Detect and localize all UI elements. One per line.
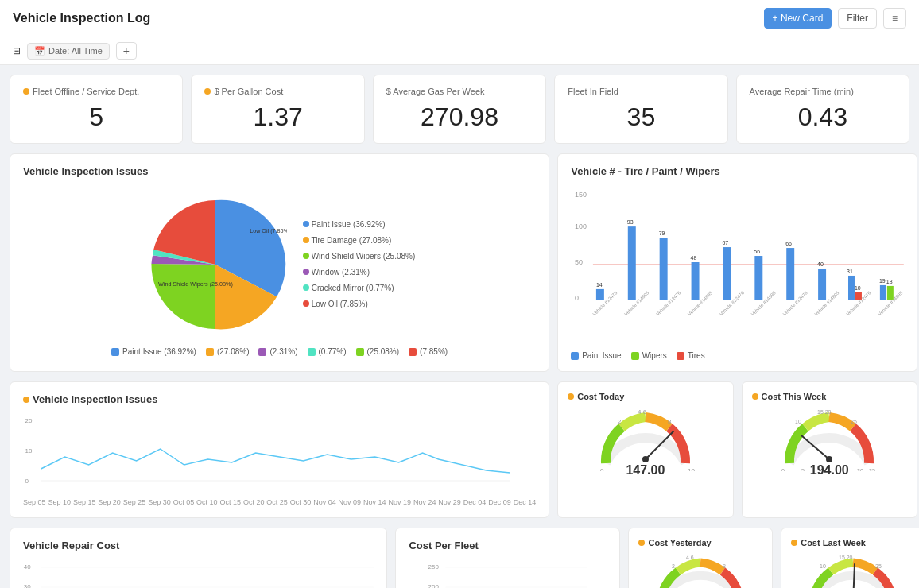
filter-button[interactable]: Filter — [838, 8, 877, 29]
svg-text:200: 200 — [428, 583, 440, 588]
pie-chart: Low Oil (7.85%) Wind Shield Wipers (25.0… — [144, 193, 287, 336]
legend-oil: (7.85%) — [409, 347, 448, 356]
new-card-button[interactable]: + New Card — [764, 8, 832, 29]
vehicle-line-card: Vehicle Inspection Issues 20 10 0 Sep 05… — [10, 381, 549, 518]
svg-rect-15 — [723, 247, 731, 300]
svg-point-46 — [642, 456, 649, 462]
date-filter[interactable]: 📅 Date: All Time — [27, 43, 110, 60]
legend-bar-wipers: Wipers — [631, 351, 667, 360]
svg-text:79: 79 — [659, 230, 665, 236]
svg-rect-17 — [755, 256, 763, 300]
svg-text:2: 2 — [618, 418, 622, 425]
svg-text:66: 66 — [785, 241, 792, 246]
svg-rect-21 — [818, 269, 826, 300]
cost-gauges-top: Cost Today 0 10 4 6 2 — [557, 381, 917, 518]
svg-rect-19 — [786, 248, 794, 300]
svg-text:48: 48 — [691, 255, 697, 261]
svg-text:Vehicle #14895: Vehicle #14895 — [687, 290, 714, 317]
cost-per-fleet-card: Cost Per Fleet 250 200 150 100 50 0 212.… — [395, 528, 620, 588]
svg-text:10: 10 — [820, 563, 826, 569]
legend-wipers: (25.08%) — [356, 347, 400, 356]
add-filter-button[interactable]: + — [116, 42, 137, 60]
pie-label-oil: Low Oil (7.85%) — [303, 296, 415, 312]
page-title: Vehicle Inspection Log — [13, 11, 150, 25]
kpi-row: Fleet Offline / Service Dept. 5 $ Per Ga… — [10, 75, 909, 144]
vehicle-line-chart: 20 10 0 — [23, 413, 536, 493]
svg-text:25: 25 — [851, 419, 857, 424]
svg-text:Vehicle #12476: Vehicle #12476 — [655, 290, 682, 317]
svg-text:14: 14 — [596, 282, 603, 288]
svg-text:19: 19 — [879, 278, 886, 284]
svg-text:10: 10 — [855, 285, 861, 291]
svg-text:35: 35 — [869, 468, 875, 471]
svg-text:0: 0 — [575, 294, 579, 302]
legend-mirror: (0.77%) — [308, 347, 347, 356]
kpi-repair-time: Average Repair Time (min) 0.43 — [736, 75, 909, 144]
svg-text:93: 93 — [627, 219, 634, 225]
menu-button[interactable]: ≡ — [883, 8, 906, 29]
legend-bar-tires: Tires — [677, 351, 705, 360]
svg-text:67: 67 — [723, 240, 729, 246]
pie-label-wipers: Wind Shield Wipers (25.08%) — [303, 249, 415, 265]
kpi-fleet-offline: Fleet Offline / Service Dept. 5 — [10, 75, 183, 144]
kpi-fleet-field: Fleet In Field 35 — [554, 75, 727, 144]
vehicle-repair-cost-card: Vehicle Repair Cost 40 30 20 10 0 -10 — [10, 528, 387, 588]
svg-rect-9 — [628, 226, 636, 300]
svg-point-53 — [826, 456, 832, 462]
svg-text:Vehicle #14895: Vehicle #14895 — [814, 290, 841, 317]
svg-text:4   6: 4 6 — [686, 555, 694, 560]
cost-last-week-gauge: 0 35 15 20 10 25 5 30 — [805, 554, 901, 588]
svg-text:25: 25 — [875, 563, 882, 569]
svg-text:10: 10 — [688, 467, 695, 471]
cost-per-fleet-chart: 250 200 150 100 50 0 212.77 41.51 — [409, 559, 607, 588]
svg-text:8: 8 — [668, 418, 672, 425]
kpi-avg-gas: $ Average Gas Per Week 270.98 — [373, 75, 546, 144]
svg-text:100: 100 — [575, 222, 587, 230]
cost-yesterday-card: Cost Yesterday 0 10 4 6 2 8 — [628, 528, 773, 588]
cost-today-gauge: 0 10 4 6 2 8 — [594, 408, 697, 471]
vehicle-repair-chart: 40 30 20 10 0 -10 — [23, 559, 374, 588]
svg-text:5: 5 — [801, 468, 805, 471]
svg-text:50: 50 — [575, 258, 583, 266]
svg-text:2: 2 — [672, 563, 675, 569]
inspection-issues-pie-card: Vehicle Inspection Issues — [10, 153, 549, 372]
svg-text:Vehicle #12476: Vehicle #12476 — [719, 290, 746, 317]
svg-text:Vehicle #12476: Vehicle #12476 — [592, 290, 619, 317]
svg-rect-11 — [660, 238, 668, 300]
svg-text:31: 31 — [847, 269, 853, 274]
legend-window: (2.31%) — [258, 347, 297, 356]
svg-text:0: 0 — [781, 468, 785, 471]
svg-rect-27 — [880, 285, 886, 300]
svg-rect-7 — [596, 289, 604, 300]
svg-text:Vehicle #14895: Vehicle #14895 — [623, 290, 650, 317]
svg-text:15  20: 15 20 — [817, 409, 832, 415]
cost-today-card: Cost Today 0 10 4 6 2 — [557, 381, 733, 518]
legend-paint: Paint Issue (36.92%) — [111, 347, 196, 356]
svg-text:40: 40 — [24, 563, 31, 571]
svg-text:30: 30 — [857, 468, 863, 471]
svg-text:8: 8 — [723, 563, 726, 569]
pie-label-tire: Tire Damage (27.08%) — [303, 233, 415, 249]
svg-text:Vehicle #14895: Vehicle #14895 — [750, 290, 777, 317]
header: Vehicle Inspection Log + New Card Filter… — [0, 0, 919, 65]
svg-text:Low Oil (7.85%): Low Oil (7.85%) — [250, 227, 287, 234]
svg-text:10: 10 — [25, 447, 33, 455]
svg-text:4  6: 4 6 — [638, 408, 647, 416]
vehicle-bar-chart: 150 100 50 0 14 93 79 48 — [571, 185, 904, 344]
cost-yesterday-gauge: 0 10 4 6 2 8 — [653, 554, 748, 588]
svg-text:0: 0 — [25, 478, 29, 485]
svg-text:Vehicle #12476: Vehicle #12476 — [782, 290, 809, 317]
legend-bar-paint: Paint Issue — [571, 351, 621, 360]
cost-last-week-card: Cost Last Week 0 35 15 20 10 25 — [781, 528, 919, 588]
svg-text:10: 10 — [795, 419, 801, 424]
cost-this-week-card: Cost This Week 0 35 15 20 10 25 5 — [742, 381, 917, 518]
svg-text:56: 56 — [754, 249, 761, 254]
svg-text:30: 30 — [24, 583, 31, 588]
svg-text:18: 18 — [886, 279, 893, 284]
svg-rect-13 — [692, 262, 700, 300]
svg-text:40: 40 — [817, 261, 824, 267]
svg-text:Wind Shield Wipers (25.08%): Wind Shield Wipers (25.08%) — [158, 280, 233, 288]
pie-label-mirror: Cracked Mirror (0.77%) — [303, 280, 415, 296]
vehicle-bar-card: Vehicle # - Tire / Paint / Wipers 150 10… — [557, 153, 917, 372]
svg-text:15  20: 15 20 — [839, 555, 853, 560]
